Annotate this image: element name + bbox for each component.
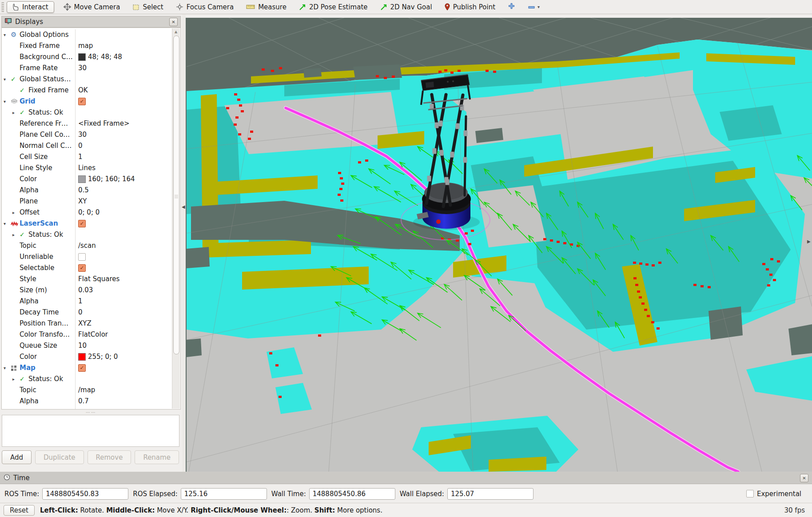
displays-panel-header[interactable]: Displays ✕ — [1, 16, 181, 28]
property-value[interactable]: 0; 0; 0 — [75, 207, 173, 218]
ros-time-input[interactable] — [42, 488, 128, 500]
property-row-global-status[interactable]: ▾✓Global Status… — [2, 74, 173, 85]
duplicate-button[interactable]: Duplicate — [35, 450, 84, 464]
property-row-topic[interactable]: Topic/scan — [2, 240, 173, 251]
property-value[interactable]: 30 — [75, 129, 173, 140]
property-row-topic[interactable]: Topic/map — [2, 385, 173, 396]
toolbar-drag-handle[interactable] — [1, 2, 4, 12]
property-value[interactable]: ✓ — [75, 362, 173, 374]
vertical-splitter[interactable] — [182, 14, 186, 472]
property-row-queue-size[interactable]: Queue Size10 — [2, 340, 173, 351]
property-row-cell-size[interactable]: Cell Size1 — [2, 151, 173, 163]
property-value[interactable]: 10 — [75, 340, 173, 351]
property-row-reference-fr[interactable]: Reference Fr…<Fixed Frame> — [2, 118, 173, 129]
tool-2d-nav-goal[interactable]: 2D Nav Goal — [375, 2, 437, 12]
property-row-grid[interactable]: ▾Grid✓ — [2, 96, 173, 107]
property-row-decay-time[interactable]: Decay Time0 — [2, 307, 173, 318]
property-row-position-tran[interactable]: Position Tran…XYZ — [2, 318, 173, 329]
3d-scene[interactable] — [186, 18, 812, 472]
property-row-laserscan[interactable]: ▾LaserScan✓ — [2, 218, 173, 229]
property-value[interactable] — [75, 29, 173, 40]
checkbox-checked[interactable]: ✓ — [78, 264, 86, 272]
tool-interact[interactable]: Interact — [7, 1, 54, 13]
expander-right-icon[interactable]: ▸ — [12, 374, 20, 385]
property-row-status-ok[interactable]: ▸✓Status: Ok — [2, 374, 173, 385]
property-value[interactable]: /scan — [75, 240, 173, 251]
scrollbar-up-icon[interactable]: ▲ — [172, 30, 179, 34]
property-value[interactable] — [75, 229, 173, 240]
property-row-map[interactable]: ▾Map✓ — [2, 362, 173, 374]
add-tool-button[interactable] — [508, 3, 515, 11]
time-close-icon[interactable]: ✕ — [800, 474, 808, 482]
tool-2d-pose-estimate[interactable]: 2D Pose Estimate — [294, 2, 373, 12]
property-row-plane-cell-co[interactable]: Plane Cell Co…30 — [2, 129, 173, 140]
property-value[interactable]: 0.5 — [75, 185, 173, 196]
property-value[interactable] — [75, 407, 173, 410]
property-value[interactable]: 30 — [75, 63, 173, 74]
scrollbar-thumb[interactable] — [173, 36, 179, 354]
wall-time-input[interactable] — [309, 488, 395, 500]
displays-tree[interactable]: ▾⚙Global OptionsFixed FramemapBackground… — [1, 28, 181, 410]
property-value[interactable]: 255; 0; 0 — [75, 351, 173, 362]
checkbox-checked[interactable]: ✓ — [78, 220, 86, 227]
property-row-global-options[interactable]: ▾⚙Global Options — [2, 29, 173, 40]
property-value[interactable]: Lines — [75, 163, 173, 174]
collapse-right-panel-icon[interactable]: ▶ — [807, 238, 811, 245]
property-row-unreliable[interactable]: Unreliable — [2, 251, 173, 262]
property-value[interactable]: 0.7 — [75, 396, 173, 407]
property-value[interactable]: FlatColor — [75, 329, 173, 340]
property-value[interactable]: XYZ — [75, 318, 173, 329]
tool-move-camera[interactable]: Move Camera — [59, 2, 125, 12]
property-value[interactable]: 160; 160; 164 — [75, 174, 173, 185]
expander-right-icon[interactable]: ▸ — [12, 107, 20, 118]
property-row-line-style[interactable]: Line StyleLines — [2, 163, 173, 174]
property-row-color[interactable]: Color160; 160; 164 — [2, 174, 173, 185]
property-value[interactable]: 48; 48; 48 — [75, 52, 173, 63]
property-row-color-transfo[interactable]: Color Transfo…FlatColor — [2, 329, 173, 340]
property-row-offset[interactable]: ▸Offset0; 0; 0 — [2, 207, 173, 218]
add-button[interactable]: Add — [2, 450, 32, 464]
remove-button[interactable]: Remove — [88, 450, 131, 464]
tool-focus-camera[interactable]: Focus Camera — [171, 2, 239, 12]
expander-down-icon[interactable]: ▾ — [4, 29, 11, 40]
property-row-alpha[interactable]: Alpha0.7 — [2, 396, 173, 407]
property-value[interactable]: OK — [75, 85, 173, 96]
color-swatch[interactable] — [78, 53, 86, 61]
reset-button[interactable]: Reset — [4, 505, 35, 516]
expander-down-icon[interactable]: ▾ — [4, 362, 11, 374]
property-row-style[interactable]: StyleFlat Squares — [2, 274, 173, 285]
color-swatch[interactable] — [78, 175, 86, 183]
property-value[interactable]: 1 — [75, 151, 173, 163]
property-value[interactable]: /map — [75, 385, 173, 396]
property-value[interactable]: Flat Squares — [75, 274, 173, 285]
time-panel-header[interactable]: Time ✕ — [0, 472, 812, 484]
displays-scrollbar[interactable]: ▲ — [172, 28, 180, 409]
property-value[interactable]: 1 — [75, 296, 173, 307]
checkbox-checked[interactable]: ✓ — [78, 364, 86, 372]
property-row-fixed-frame[interactable]: Fixed Framemap — [2, 40, 173, 52]
property-row-alpha[interactable]: Alpha0.5 — [2, 185, 173, 196]
ros-elapsed-input[interactable] — [181, 488, 267, 500]
tool-publish-point[interactable]: Publish Point — [440, 2, 500, 12]
property-row-alpha[interactable]: Alpha1 — [2, 296, 173, 307]
property-value[interactable] — [75, 107, 173, 118]
rename-button[interactable]: Rename — [135, 450, 179, 464]
panel-splitter-handle[interactable]: ⋯⋯ — [1, 410, 181, 414]
property-value[interactable] — [75, 74, 173, 85]
property-value[interactable] — [75, 374, 173, 385]
expander-down-icon[interactable]: ▾ — [4, 96, 11, 107]
tool-measure[interactable]: Measure — [241, 2, 291, 12]
checkbox-checked[interactable]: ✓ — [78, 98, 86, 105]
expander-down-icon[interactable]: ▾ — [4, 74, 11, 85]
property-value[interactable]: <Fixed Frame> — [75, 118, 173, 129]
property-row-size-m[interactable]: Size (m)0.03 — [2, 285, 173, 296]
property-row-normal-cell-c[interactable]: Normal Cell C…0 — [2, 140, 173, 151]
property-value[interactable]: 0 — [75, 307, 173, 318]
tool-select[interactable]: Select — [127, 2, 168, 12]
color-swatch[interactable] — [78, 353, 86, 361]
property-row-status-ok[interactable]: ▸✓Status: Ok — [2, 229, 173, 240]
property-row-selectable[interactable]: Selectable✓ — [2, 262, 173, 274]
remove-tool-dropdown-icon[interactable]: ▾ — [537, 4, 540, 9]
property-row-background-c[interactable]: Background C…48; 48; 48 — [2, 52, 173, 63]
property-row-fixed-frame[interactable]: ✓Fixed FrameOK — [2, 85, 173, 96]
